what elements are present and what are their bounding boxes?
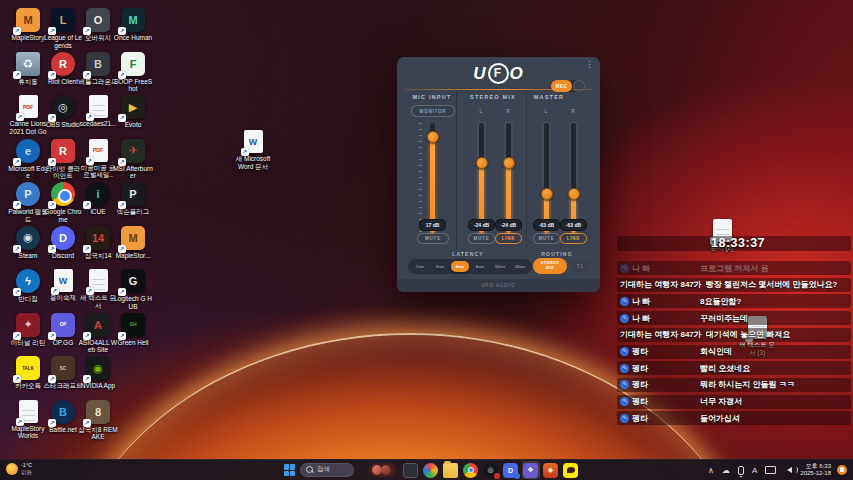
- stereo-l-knob[interactable]: [476, 157, 488, 169]
- desktop-icon[interactable]: A↗ASIO4ALL Web Site: [78, 313, 118, 355]
- desktop-icon[interactable]: ◉↗Steam: [8, 226, 48, 260]
- kakaotalk-taskbar-icon[interactable]: [563, 463, 578, 478]
- stereo-mute-button[interactable]: MUTE: [468, 233, 495, 244]
- desktop-icon[interactable]: P↗Palworld 팰월드: [8, 182, 48, 224]
- desktop-icon-label: MapleStor...: [113, 252, 153, 260]
- menu-kebab-icon[interactable]: ⋮: [585, 59, 594, 69]
- desktop-icon[interactable]: ϟ↗반디집: [8, 269, 48, 303]
- desktop-icon[interactable]: P↗넥슨플러그: [113, 182, 153, 216]
- notification-bell-icon[interactable]: [837, 465, 847, 475]
- ime-korean-indicator[interactable]: A: [752, 466, 757, 475]
- weather-widget[interactable]: -1°C맑음: [6, 462, 32, 475]
- eternal-return-icon: ✦↗: [16, 313, 40, 337]
- desktop-icon[interactable]: ✈↗MSI Afterburner: [113, 139, 153, 181]
- stereo-r-knob[interactable]: [503, 157, 515, 169]
- desktop-icon[interactable]: F↗SOOP FreeShot: [113, 52, 153, 94]
- window-app-taskbar-icon[interactable]: [403, 463, 418, 478]
- once-human-icon: M↗: [121, 8, 145, 32]
- ufo-mixer-taskbar-icon[interactable]: ❖: [523, 463, 538, 478]
- master-r-knob[interactable]: [568, 188, 580, 200]
- steam-icon: ◉↗: [16, 226, 40, 250]
- rec-toggle[interactable]: REC: [551, 80, 585, 92]
- chat-text: 꾸러미주는데: [700, 313, 748, 324]
- desktop-icon[interactable]: ↗MapleStory Worlds: [8, 400, 48, 441]
- chrome-taskbar-icon[interactable]: [463, 463, 478, 478]
- desktop-icon[interactable]: 14↗삼국지14: [78, 226, 118, 260]
- desktop-icon[interactable]: PDF↗미골미골 글로벌세일..: [78, 139, 118, 180]
- ufo-mixer-window[interactable]: UFO ⋮ REC MIC INPUT STEREO MIX MASTER MO…: [397, 57, 600, 292]
- document-icon: ↗: [89, 95, 108, 118]
- desktop-icon[interactable]: D↗Discord: [43, 226, 83, 260]
- photos-taskbar-icon[interactable]: [423, 463, 438, 478]
- desktop-icon[interactable]: ◎↗OBS Studio: [43, 95, 83, 129]
- asio4all-icon: A↗: [86, 313, 110, 337]
- latency-option-32ms[interactable]: 32ms: [511, 261, 529, 272]
- desktop-icon[interactable]: e↗Microsoft Edge: [8, 139, 48, 181]
- desktop-icon[interactable]: GH↗Green Hell: [113, 313, 153, 347]
- monitor-button[interactable]: MONITOR: [411, 105, 455, 117]
- desktop-icon[interactable]: 8↗삼국지8 REMAKE: [78, 400, 118, 442]
- desktop-icon[interactable]: ◉↗NVIDIA App: [78, 356, 118, 390]
- desktop-icon[interactable]: L↗League of Legends: [43, 8, 83, 50]
- master-mute-button[interactable]: MUTE: [533, 233, 560, 244]
- desktop-icon[interactable]: W↗새 Microsoft Word 문서: [233, 130, 273, 171]
- obs-taskbar-icon[interactable]: ◎: [483, 463, 498, 478]
- mic-icon[interactable]: [738, 466, 744, 475]
- volume-icon[interactable]: [784, 467, 792, 473]
- start-button[interactable]: [284, 464, 296, 476]
- news-widget[interactable]: [369, 463, 396, 477]
- search-icon: [306, 466, 313, 473]
- cast-icon[interactable]: [765, 466, 776, 474]
- routing-stereo-button[interactable]: STEREOMIX: [533, 258, 567, 274]
- chat-message: ✎펭타뭐라 하시는지 안들림 ㅋㅋ: [617, 378, 851, 392]
- tray-clock[interactable]: 오후 6:33 2025-12-18: [800, 463, 831, 478]
- routing-alt-button[interactable]: 7.1: [570, 260, 590, 272]
- desktop-icon[interactable]: i↗iCUE: [78, 182, 118, 216]
- latency-option-16ms[interactable]: 16ms: [491, 261, 509, 272]
- manager-badge-icon: ✎: [620, 347, 629, 356]
- mic-slider-knob[interactable]: [427, 131, 439, 143]
- file-explorer-taskbar-icon[interactable]: [443, 463, 458, 478]
- desktop-icon[interactable]: TALK↗카카오톡: [8, 356, 48, 390]
- desktop-icon[interactable]: G↗Logitech G HUB: [113, 269, 153, 311]
- battlenet-taskbar-icon[interactable]: ◆: [543, 463, 558, 478]
- desktop-icon[interactable]: B↗배틀그라운드: [78, 52, 118, 86]
- master-link-button[interactable]: LINK: [560, 233, 587, 244]
- mic-slider-ticks: [419, 123, 422, 233]
- desktop-icon[interactable]: R↗라이엇 클라이언트: [43, 139, 83, 181]
- desktop-icon[interactable]: SC↗스타크래프트: [43, 356, 83, 390]
- desktop-icon[interactable]: R↗Riot Client: [43, 52, 83, 86]
- tray-chevron-icon[interactable]: ∧: [708, 466, 714, 475]
- desktop-icon[interactable]: ↗새 텍스트 문서: [78, 269, 118, 310]
- mic-mute-button[interactable]: MUTE: [417, 233, 449, 244]
- shortcut-arrow-icon: ↗: [13, 332, 21, 340]
- desktop-icon-label: OBS Studio: [43, 121, 83, 129]
- latency-option-4ms[interactable]: 4ms: [451, 261, 469, 272]
- latency-option-1ms[interactable]: 1ms: [411, 261, 429, 272]
- desktop-icon[interactable]: ✦↗이터널 리턴: [8, 313, 48, 347]
- master-l-knob[interactable]: [541, 188, 553, 200]
- desktop-icon[interactable]: M↗MapleStory: [8, 8, 48, 42]
- desktop-icon-label: Discord: [43, 252, 83, 260]
- desktop-icon[interactable]: M↗MapleStor...: [113, 226, 153, 260]
- desktop-icon[interactable]: PDF↗Canne Lions 2021 Dot Go: [8, 95, 48, 136]
- discord-icon: D↗: [51, 226, 75, 250]
- desktop-icon[interactable]: B↗Battle.net: [43, 400, 83, 434]
- desktop-icon[interactable]: ▶↗Evoto: [113, 95, 153, 129]
- stereo-link-button[interactable]: LINK: [495, 233, 522, 244]
- ufo-footer-brand: UFO AUDIO: [397, 279, 600, 292]
- desktop-icon[interactable]: ↗scedaes21...: [78, 95, 118, 128]
- desktop-icon[interactable]: M↗Once Human: [113, 8, 153, 42]
- desktop-icon[interactable]: W↗응이숙제: [43, 269, 83, 302]
- latency-option-8ms[interactable]: 8ms: [471, 261, 489, 272]
- onedrive-icon[interactable]: ☁: [722, 466, 730, 475]
- latency-option-2ms[interactable]: 2ms: [431, 261, 449, 272]
- desktop-icon[interactable]: OP↗OP.GG: [43, 313, 83, 347]
- search-box[interactable]: 검색: [300, 463, 354, 477]
- discord-taskbar-icon[interactable]: D: [503, 463, 518, 478]
- chat-username: 나 빠: [632, 263, 694, 274]
- shortcut-arrow-icon: ↗: [83, 71, 91, 79]
- desktop-icon[interactable]: ↗Google Chrome: [43, 182, 83, 224]
- desktop-icon[interactable]: ♻↗휴지통: [8, 52, 48, 86]
- desktop-icon[interactable]: O↗오버워치: [78, 8, 118, 42]
